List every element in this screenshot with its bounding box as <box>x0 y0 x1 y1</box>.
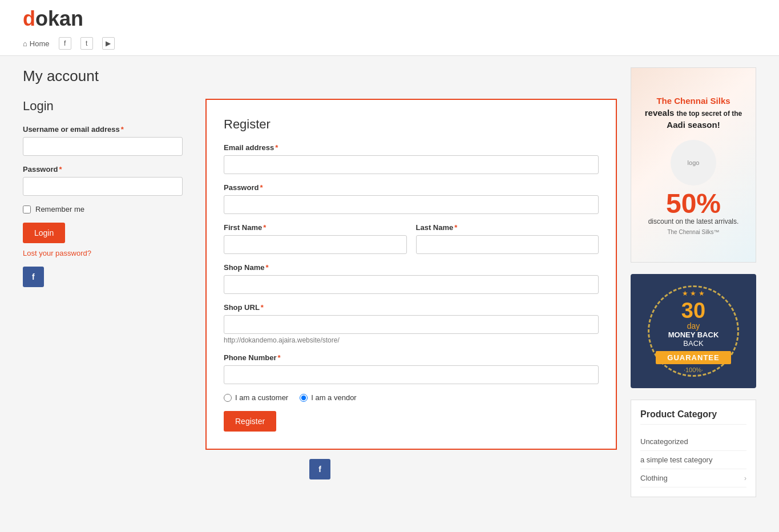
phone-input[interactable] <box>224 365 599 384</box>
register-button[interactable]: Register <box>224 411 276 432</box>
nav-facebook[interactable]: f <box>59 37 71 50</box>
login-password-label: Password* <box>23 165 183 174</box>
ad-logo-placeholder: logo <box>671 140 716 186</box>
shop-name-input[interactable] <box>224 275 599 294</box>
vendor-radio-item: I am a vendor <box>300 393 357 402</box>
vendor-radio[interactable] <box>300 394 308 402</box>
shop-name-label: Shop Name* <box>224 263 599 272</box>
last-name-group: Last Name* <box>416 223 599 254</box>
register-password-label: Password* <box>224 183 599 192</box>
badge-money: MONEY BACK <box>668 331 719 339</box>
sidebar: The Chennai Silks reveals the top secret… <box>631 67 756 497</box>
login-password-required: * <box>59 165 62 174</box>
shop-url-label: Shop URL* <box>224 303 599 312</box>
register-password-required: * <box>260 183 263 192</box>
shop-url-hint: http://dokandemo.ajaira.website/store/ <box>224 336 599 344</box>
remember-label: Remember me <box>35 205 84 213</box>
nav-youtube[interactable]: ▶ <box>102 37 115 50</box>
category-item[interactable]: Clothing› <box>640 469 746 487</box>
last-name-input[interactable] <box>416 235 599 254</box>
ad-discount-text: discount on the latest arrivals. <box>648 217 739 225</box>
guarantee-badge-container: ★ ★ ★ 30 day MONEY BACK BACK GUARANTEE ·… <box>631 274 756 388</box>
ad-discount-number: 50% <box>666 190 721 217</box>
phone-group: Phone Number* <box>224 353 599 384</box>
last-name-required: * <box>454 223 457 232</box>
ad-footer: The Chennai Silks™ <box>667 229 719 235</box>
navigation: ⌂ Home f t ▶ <box>23 35 756 50</box>
role-radio-row: I am a customer I am a vendor <box>224 393 599 402</box>
guarantee-badge: ★ ★ ★ 30 day MONEY BACK BACK GUARANTEE ·… <box>648 285 739 377</box>
ad-banner: The Chennai Silks reveals the top secret… <box>631 67 756 263</box>
remember-checkbox[interactable] <box>23 205 31 213</box>
nav-home-label: Home <box>30 39 50 48</box>
first-name-input[interactable] <box>224 235 407 254</box>
logo-d: d <box>23 7 35 30</box>
badge-percent: ·100%· <box>684 366 703 373</box>
product-category-title: Product Category <box>640 409 746 425</box>
email-label: Email address* <box>224 143 599 152</box>
product-category-widget: Product Category Uncategorizeda simple t… <box>631 400 756 497</box>
page-title: My account <box>23 67 617 85</box>
vendor-radio-label: I am a vendor <box>311 393 357 402</box>
customer-radio[interactable] <box>224 394 232 402</box>
register-password-input[interactable] <box>224 195 599 214</box>
content-area: My account Login Username or email addre… <box>23 67 617 497</box>
facebook-icon: f <box>59 37 71 50</box>
ad-line4: Aadi season! <box>667 120 720 130</box>
twitter-icon: t <box>80 37 93 50</box>
ad-headline: The Chennai Silks reveals the top secret… <box>645 95 742 131</box>
first-name-required: * <box>263 223 266 232</box>
username-input[interactable] <box>23 137 183 156</box>
last-name-label: Last Name* <box>416 223 599 232</box>
home-icon: ⌂ <box>23 39 27 48</box>
remember-row: Remember me <box>23 205 183 213</box>
email-required: * <box>275 143 278 152</box>
ad-content: The Chennai Silks reveals the top secret… <box>631 68 756 262</box>
phone-required: * <box>277 353 280 362</box>
category-item[interactable]: a simple test category <box>640 451 746 469</box>
badge-day-text: day <box>687 321 700 331</box>
badge-guarantee: GUARANTEE <box>656 351 730 364</box>
ad-line2: reveals <box>645 108 675 118</box>
badge-back: BACK <box>683 339 703 348</box>
login-password-input[interactable] <box>23 177 183 196</box>
shop-url-group: Shop URL* http://dokandemo.ajaira.websit… <box>224 303 599 344</box>
shop-url-input[interactable] <box>224 315 599 334</box>
category-arrow: › <box>744 474 746 482</box>
register-title: Register <box>224 117 599 132</box>
category-item[interactable]: Uncategorized <box>640 433 746 451</box>
badge-days: 30 <box>681 300 705 321</box>
category-list: Uncategorizeda simple test categoryCloth… <box>640 433 746 487</box>
username-label: Username or email address* <box>23 125 183 134</box>
register-facebook-row: f <box>23 459 617 479</box>
shop-url-required: * <box>261 303 264 312</box>
login-title: Login <box>23 99 183 114</box>
badge-stars: ★ ★ ★ <box>682 289 705 297</box>
main-wrapper: My account Login Username or email addre… <box>0 56 779 509</box>
register-facebook-button[interactable]: f <box>309 459 330 479</box>
register-section: Register Email address* Password* <box>205 99 617 450</box>
email-group: Email address* <box>224 143 599 174</box>
nav-twitter[interactable]: t <box>80 37 93 50</box>
password-group: Password* <box>23 165 183 196</box>
logo: dokan <box>23 9 756 29</box>
register-password-group: Password* <box>224 183 599 214</box>
login-facebook-button[interactable]: f <box>23 267 44 287</box>
lost-password-link[interactable]: Lost your password? <box>23 249 183 257</box>
first-name-label: First Name* <box>224 223 407 232</box>
ad-brand: The Chennai Silks <box>656 96 730 106</box>
forms-row: Login Username or email address* Passwor… <box>23 99 617 450</box>
youtube-icon: ▶ <box>102 37 115 50</box>
first-name-group: First Name* <box>224 223 407 254</box>
login-section: Login Username or email address* Passwor… <box>23 99 183 450</box>
shop-name-group: Shop Name* <box>224 263 599 294</box>
customer-radio-item: I am a customer <box>224 393 288 402</box>
nav-home[interactable]: ⌂ Home <box>23 39 50 48</box>
login-button[interactable]: Login <box>23 223 65 243</box>
username-group: Username or email address* <box>23 125 183 156</box>
shop-name-required: * <box>266 263 269 272</box>
customer-radio-label: I am a customer <box>235 393 288 402</box>
email-input[interactable] <box>224 155 599 174</box>
phone-label: Phone Number* <box>224 353 599 362</box>
ad-line3: the top secret of the <box>677 110 742 118</box>
